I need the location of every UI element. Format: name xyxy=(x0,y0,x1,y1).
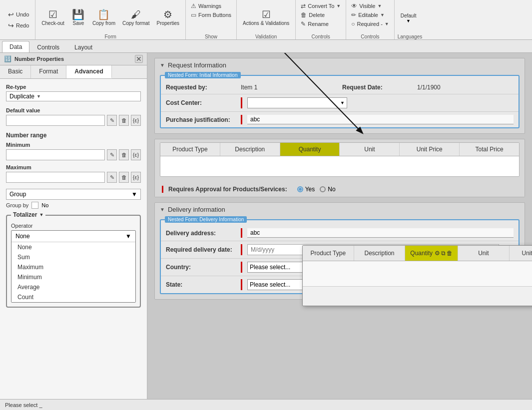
trash-icon[interactable]: 🗑 xyxy=(447,250,453,257)
max-formula-button[interactable]: {ε} xyxy=(131,172,141,183)
number-props-icon: 🔢 xyxy=(4,55,11,62)
min-formula-button[interactable]: {ε} xyxy=(131,149,141,160)
status-bar: Please select _ xyxy=(0,399,532,410)
copy-from-icon: 📋 xyxy=(97,9,110,19)
warnings-icon: ⚠ xyxy=(191,2,196,9)
modal-unit-price-col: Unit Price xyxy=(510,246,532,261)
minimum-row: ✎ 🗑 {ε} xyxy=(6,149,141,160)
main-layout: 🔢 Number Properties ✕ Basic Format Advan… xyxy=(0,53,532,410)
request-section-header[interactable]: ▼ Request Information xyxy=(155,58,525,72)
group-by-row: Group by No xyxy=(6,202,141,209)
tab-basic[interactable]: Basic xyxy=(0,65,31,78)
approval-row: Requires Approval for Products/Services:… xyxy=(155,182,525,197)
group-dropdown[interactable]: Group ▼ xyxy=(6,189,141,200)
approval-radio-group: Yes No xyxy=(297,186,336,193)
delete-button[interactable]: 🗑 Delete xyxy=(299,11,327,19)
delivery-section-header[interactable]: ▼ Delivery information xyxy=(155,203,525,216)
actions-validations-button[interactable]: ☑ Actions & Validations xyxy=(240,7,292,28)
option-none[interactable]: None xyxy=(11,242,135,252)
retype-select[interactable]: Duplicate ▼ xyxy=(6,91,141,101)
convert-to-button[interactable]: ⇄ Convert To ▼ xyxy=(299,2,343,10)
close-properties-button[interactable]: ✕ xyxy=(135,55,143,63)
default-edit-button[interactable]: ✎ xyxy=(107,115,117,126)
delivery-address-input[interactable] xyxy=(247,228,514,238)
maximum-input[interactable] xyxy=(6,172,105,183)
option-count[interactable]: Count xyxy=(11,292,135,302)
quantity-header: Quantity xyxy=(280,143,340,156)
option-minimum[interactable]: Minimum xyxy=(11,272,135,282)
modal-unit-col: Unit xyxy=(458,246,510,261)
group-by-checkbox[interactable] xyxy=(31,202,38,209)
tab-format[interactable]: Format xyxy=(31,65,66,78)
delete-icon: 🗑 xyxy=(301,11,307,18)
properties-panel-header: 🔢 Number Properties ✕ xyxy=(0,53,147,65)
totalizer-header: Totalizer ▼ xyxy=(11,211,45,218)
modal-container: Product Type Description Quantity ⚙ ⧉ 🗑 … xyxy=(302,245,522,306)
redo-button[interactable]: ↪ Redo xyxy=(6,20,31,30)
option-sum[interactable]: Sum xyxy=(11,252,135,262)
modal-product-type-col: Product Type xyxy=(303,246,354,261)
warnings-button[interactable]: ⚠ Warnings xyxy=(189,2,223,10)
country-required-bar xyxy=(241,262,242,273)
actions-icon: ☑ xyxy=(262,9,271,19)
unit-header: Unit xyxy=(340,143,400,156)
operator-selected[interactable]: None ▼ xyxy=(11,231,135,242)
copy-from-button[interactable]: 📋 Copy from xyxy=(89,7,118,28)
operator-dropdown-list: None Sum Maximum Minimum Average Count xyxy=(11,242,135,302)
gear-icon[interactable]: ⚙ xyxy=(435,250,440,257)
default-value-input[interactable] xyxy=(6,115,105,126)
visible-icon: 👁 xyxy=(351,2,357,9)
modal-body xyxy=(303,261,532,286)
visible-button[interactable]: 👁 Visible ▼ xyxy=(349,2,384,10)
default-delete-button[interactable]: 🗑 xyxy=(119,115,129,126)
checkout-icon: ☑ xyxy=(48,9,57,19)
minimum-input[interactable] xyxy=(6,149,105,160)
show-group: ⚠ Warnings ▭ Form Buttons Show xyxy=(186,0,237,39)
form-buttons-button[interactable]: ▭ Form Buttons xyxy=(189,11,233,19)
total-price-header: Total Price xyxy=(460,143,519,156)
cost-center-required-bar xyxy=(241,97,242,108)
max-delete-button[interactable]: 🗑 xyxy=(119,172,129,183)
modal-header: Product Type Description Quantity ⚙ ⧉ 🗑 … xyxy=(303,246,532,261)
tab-strip: Data Controls Layout xyxy=(0,40,532,53)
approval-no[interactable]: No xyxy=(320,186,335,193)
save-button[interactable]: 💾 Save xyxy=(68,7,88,28)
form-group: ☑ Check-out 💾 Save 📋 Copy from 🖌 Copy fo… xyxy=(35,0,186,39)
copy-format-button[interactable]: 🖌 Copy format xyxy=(119,7,152,28)
option-maximum[interactable]: Maximum xyxy=(11,262,135,272)
max-edit-button[interactable]: ✎ xyxy=(107,172,117,183)
option-average[interactable]: Average xyxy=(11,282,135,292)
copy-icon[interactable]: ⧉ xyxy=(441,250,446,257)
status-text: Please select _ xyxy=(5,402,42,408)
properties-button[interactable]: ⚙ Properties xyxy=(153,7,182,28)
min-edit-button[interactable]: ✎ xyxy=(107,149,117,160)
required-button[interactable]: ○ Required - ▼ xyxy=(349,20,391,28)
tab-advanced[interactable]: Advanced xyxy=(66,65,111,78)
purchase-justification-input[interactable] xyxy=(247,115,514,124)
default-button[interactable]: Default ▼ xyxy=(398,10,420,25)
request-title: Request Information xyxy=(168,61,226,69)
request-chevron-icon: ▼ xyxy=(160,62,165,68)
tab-controls[interactable]: Controls xyxy=(29,41,67,52)
cost-center-select[interactable]: ▼ xyxy=(247,97,347,108)
delivery-nested-label: Nested Form: Delivery Information xyxy=(165,216,247,223)
editable-button[interactable]: ✏ Editable ▼ xyxy=(349,11,387,19)
min-delete-button[interactable]: 🗑 xyxy=(119,149,129,160)
request-section: ▼ Request Information Nested Form: Initi… xyxy=(154,58,525,134)
delivery-chevron-icon: ▼ xyxy=(160,207,165,212)
approval-yes[interactable]: Yes xyxy=(297,186,315,193)
totalizer-arrow[interactable]: ▼ xyxy=(39,212,43,217)
grid-header: Product Type Description Quantity Unit U… xyxy=(160,143,519,156)
delivery-date-required-bar xyxy=(241,244,242,255)
purchase-required-bar xyxy=(241,115,242,124)
tab-data[interactable]: Data xyxy=(2,41,29,52)
default-formula-button[interactable]: {ε} xyxy=(131,115,141,126)
checkout-button[interactable]: ☑ Check-out xyxy=(38,7,67,28)
rename-button[interactable]: ✎ Rename xyxy=(299,20,331,28)
requested-by-row: Requested by: Item 1 Request Date: 1/1/1… xyxy=(161,81,519,94)
cost-center-arrow: ▼ xyxy=(340,100,345,105)
undo-button[interactable]: ↩ Undo xyxy=(6,9,31,19)
product-type-header: Product Type xyxy=(160,143,220,156)
tab-layout[interactable]: Layout xyxy=(67,41,100,52)
delivery-title: Delivery information xyxy=(168,206,225,213)
